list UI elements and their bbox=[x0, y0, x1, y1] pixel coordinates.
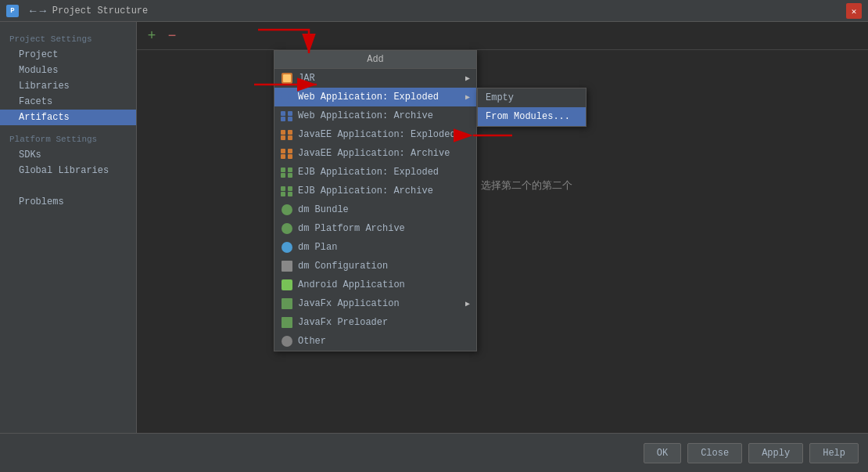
javaee-archive-icon bbox=[281, 147, 293, 160]
title-bar: P ← → Project Structure ✕ bbox=[0, 0, 868, 22]
menu-item-other[interactable]: Other bbox=[274, 332, 476, 351]
arrow-icon: ▶ bbox=[465, 92, 470, 102]
ejb-archive-icon bbox=[281, 185, 293, 197]
annotation-arrows bbox=[137, 22, 868, 433]
menu-item-android-application[interactable]: Android Application bbox=[274, 276, 476, 294]
menu-item-web-archive[interactable]: Web Application: Archive bbox=[274, 106, 476, 125]
content-toolbar: + − bbox=[137, 22, 868, 50]
ejb-exploded-icon bbox=[281, 166, 293, 178]
menu-item-ejb-exploded[interactable]: EJB Application: Exploded bbox=[274, 163, 476, 182]
sidebar-item-sdks[interactable]: SDKs bbox=[0, 147, 136, 163]
menu-item-jar[interactable]: JAR ▶ bbox=[274, 69, 476, 88]
forward-arrow[interactable]: → bbox=[39, 5, 45, 17]
nav-arrows: ← → bbox=[23, 5, 52, 17]
content-area: + − Add JAR ▶ bbox=[137, 22, 868, 433]
back-arrow[interactable]: ← bbox=[30, 5, 36, 17]
add-button[interactable]: + bbox=[143, 27, 160, 45]
menu-item-javaee-exploded[interactable]: JavaEE Application: Exploded bbox=[274, 125, 476, 144]
android-icon bbox=[281, 279, 293, 291]
menu-item-ejb-archive[interactable]: EJB Application: Archive bbox=[274, 182, 476, 200]
menu-item-javaee-archive[interactable]: JavaEE Application: Archive bbox=[274, 144, 476, 163]
close-button-bottom[interactable]: Close bbox=[687, 443, 742, 463]
bottom-toolbar: OK Close Apply Help bbox=[0, 433, 868, 472]
menu-item-javafx-application[interactable]: JavaFx Application ▶ bbox=[274, 294, 476, 313]
javafx-icon bbox=[281, 297, 293, 310]
dm-config-icon bbox=[281, 260, 293, 272]
web-archive-icon bbox=[281, 110, 293, 122]
platform-settings-label: Platform Settings bbox=[0, 132, 136, 147]
sub-menu: Empty From Modules... bbox=[477, 88, 586, 127]
annotation-text: 选择第二个的第二个 bbox=[481, 178, 572, 193]
sidebar-item-project[interactable]: Project bbox=[0, 47, 136, 63]
app-icon: P bbox=[6, 5, 19, 17]
arrow-icon: ▶ bbox=[465, 299, 470, 308]
menu-item-web-exploded[interactable]: Web Application: Exploded ▶ Empty From M… bbox=[274, 88, 476, 106]
sidebar: Project Settings Project Modules Librari… bbox=[0, 22, 137, 433]
menu-item-javafx-preloader[interactable]: JavaFx Preloader bbox=[274, 313, 476, 332]
sub-menu-item-empty[interactable]: Empty bbox=[478, 88, 586, 107]
menu-item-dm-platform-archive[interactable]: dm Platform Archive bbox=[274, 219, 476, 238]
apply-button[interactable]: Apply bbox=[748, 443, 803, 463]
remove-button[interactable]: − bbox=[163, 27, 181, 45]
dm-plan-icon bbox=[281, 241, 293, 254]
help-button[interactable]: Help bbox=[809, 443, 859, 463]
menu-item-dm-configuration[interactable]: dm Configuration bbox=[274, 257, 476, 276]
javafx-preloader-icon bbox=[281, 316, 293, 329]
sidebar-item-problems[interactable]: Problems bbox=[0, 194, 136, 210]
sidebar-item-modules[interactable]: Modules bbox=[0, 63, 136, 78]
sidebar-item-global-libraries[interactable]: Global Libraries bbox=[0, 163, 136, 178]
window-title: Project Structure bbox=[52, 5, 148, 16]
other-icon bbox=[281, 335, 293, 348]
add-menu-header: Add bbox=[274, 51, 476, 69]
sub-menu-item-from-modules[interactable]: From Modules... bbox=[478, 107, 586, 126]
menu-item-dm-bundle[interactable]: dm Bundle bbox=[274, 200, 476, 219]
menu-item-dm-plan[interactable]: dm Plan bbox=[274, 238, 476, 257]
jar-icon bbox=[281, 72, 293, 85]
ok-button[interactable]: OK bbox=[644, 443, 681, 463]
project-settings-label: Project Settings bbox=[0, 31, 136, 47]
sidebar-item-libraries[interactable]: Libraries bbox=[0, 78, 136, 94]
dm-platform-icon bbox=[281, 222, 293, 235]
main-container: Project Settings Project Modules Librari… bbox=[0, 22, 868, 433]
javaee-exploded-icon bbox=[281, 128, 293, 141]
add-dropdown-menu: Add JAR ▶ Web Appl bbox=[274, 50, 477, 351]
sidebar-item-artifacts[interactable]: Artifacts bbox=[0, 110, 136, 125]
web-exploded-icon bbox=[281, 91, 293, 103]
dm-bundle-icon bbox=[281, 204, 293, 216]
arrow-icon: ▶ bbox=[465, 74, 470, 83]
sidebar-item-facets[interactable]: Facets bbox=[0, 94, 136, 110]
close-button[interactable]: ✕ bbox=[846, 3, 862, 19]
